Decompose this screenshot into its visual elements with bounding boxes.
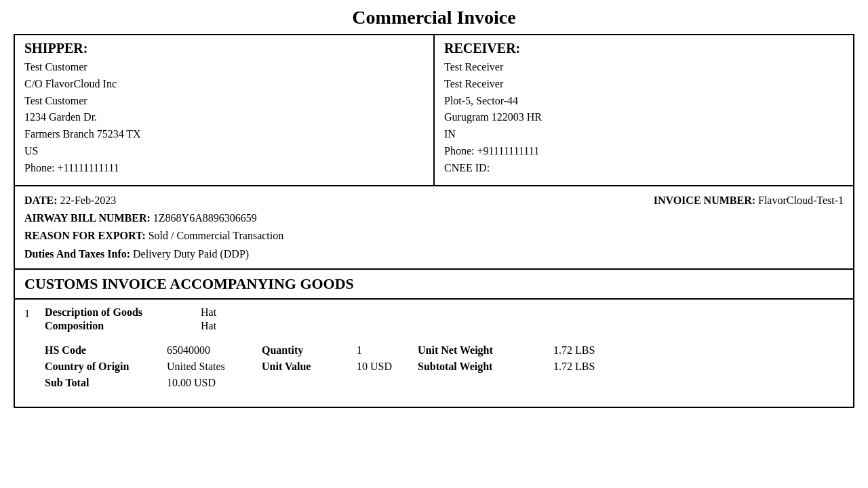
invoice-number-val: FlavorCloud-Test-1 [758,195,844,206]
goods-details: Description of Goods Hat Composition Hat… [45,306,844,393]
country-origin-label: Country of Origin [45,361,167,373]
goods-meta-table: HS Code 65040000 Quantity 1 Unit Net Wei… [45,344,844,389]
shipper-line-5: Farmers Branch 75234 TX [24,126,424,143]
receiver-line-5: IN [444,126,844,143]
shipper-column: SHIPPER: Test Customer C/O FlavorCloud I… [15,35,435,185]
invoice-container: SHIPPER: Test Customer C/O FlavorCloud I… [14,34,854,408]
composition-value: Hat [201,320,216,332]
reason-line: REASON FOR EXPORT: Sold / Commercial Tra… [24,227,844,245]
receiver-line-4: Gurugram 122003 HR [444,109,844,126]
invoice-number-label: INVOICE NUMBER: [654,195,755,206]
receiver-line-1: Test Receiver [444,59,844,76]
shipper-line-1: Test Customer [24,59,424,76]
receiver-line-3: Plot-5, Sector-44 [444,93,844,110]
duties-label: Duties And Taxes Info: [24,248,130,260]
duties-val: Delivery Duty Paid (DDP) [133,248,249,260]
description-label: Description of Goods [45,306,201,319]
subtotal-weight-value: 1.72 LBS [553,361,621,373]
receiver-phone: Phone: +91111111111 [444,143,844,160]
airway-label: AIRWAY BILL NUMBER: [24,212,151,224]
composition-row: Composition Hat [45,320,844,332]
reason-val: Sold / Commercial Transaction [149,230,284,241]
country-origin-value: United States [167,361,262,373]
airway-val: 1Z868Y6A8896306659 [153,212,257,224]
sub-total-label: Sub Total [45,377,167,389]
date-line: DATE: 22-Feb-2023 [24,192,116,209]
customs-title: CUSTOMS INVOICE ACCOMPANYING GOODS [24,275,844,293]
shipper-receiver-section: SHIPPER: Test Customer C/O FlavorCloud I… [15,35,853,186]
shipper-phone: Phone: +11111111111 [24,160,424,177]
quantity-value: 1 [357,344,418,357]
info-section: DATE: 22-Feb-2023 INVOICE NUMBER: Flavor… [15,186,853,270]
receiver-column: RECEIVER: Test Receiver Test Receiver Pl… [435,35,853,185]
subtotal-weight-label: Subtotal Weight [418,361,553,373]
unit-net-weight-value: 1.72 LBS [553,344,621,357]
hs-code-value: 65040000 [167,344,262,357]
unit-value-value: 10 USD [357,361,418,373]
date-label: DATE: [24,195,58,206]
sub-total-value: 10.00 USD [167,377,262,389]
description-value: Hat [201,306,216,319]
info-date-invoice-row: DATE: 22-Feb-2023 INVOICE NUMBER: Flavor… [24,192,844,209]
shipper-line-6: US [24,143,424,160]
customs-header-section: CUSTOMS INVOICE ACCOMPANYING GOODS [15,270,853,300]
receiver-cnee: CNEE ID: [444,160,844,177]
unit-net-weight-label: Unit Net Weight [418,344,553,357]
receiver-line-2: Test Receiver [444,76,844,93]
meta-row-1: HS Code 65040000 Quantity 1 Unit Net Wei… [45,344,844,357]
invoice-title: Commercial Invoice [352,7,515,28]
date-val: 22-Feb-2023 [60,195,117,206]
description-row: Description of Goods Hat [45,306,844,319]
shipper-line-3: Test Customer [24,93,424,110]
invoice-number-line: INVOICE NUMBER: FlavorCloud-Test-1 [654,192,844,209]
meta-row-2: Country of Origin United States Unit Val… [45,361,844,373]
hs-code-label: HS Code [45,344,167,357]
airway-line: AIRWAY BILL NUMBER: 1Z868Y6A8896306659 [24,209,844,227]
receiver-label: RECEIVER: [444,41,844,56]
quantity-label: Quantity [262,344,357,357]
shipper-line-2: C/O FlavorCloud Inc [24,76,424,93]
composition-label: Composition [45,320,201,332]
goods-number: 1 [24,306,45,320]
goods-section: 1 Description of Goods Hat Composition H… [15,300,853,407]
goods-item-row: 1 Description of Goods Hat Composition H… [24,306,844,393]
unit-value-label: Unit Value [262,361,357,373]
duties-line: Duties And Taxes Info: Delivery Duty Pai… [24,245,844,263]
shipper-label: SHIPPER: [24,41,424,56]
shipper-line-4: 1234 Garden Dr. [24,109,424,126]
meta-row-3: Sub Total 10.00 USD [45,377,844,389]
reason-label: REASON FOR EXPORT: [24,230,146,241]
